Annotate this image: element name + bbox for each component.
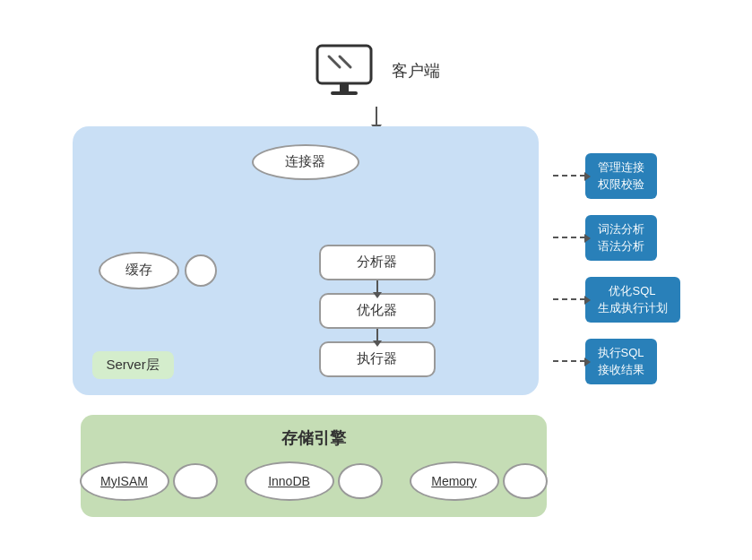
- analyzer-box: 分析器: [319, 245, 436, 280]
- side-box-entry-3: 执行SQL 接收结果: [553, 339, 680, 384]
- client-row: 客户端: [313, 44, 440, 98]
- diagram: 客户端 连接器 缓存: [27, 44, 726, 517]
- innodb-ellipse: InnoDB: [245, 461, 334, 501]
- engine-item-myisam: MyISAM: [80, 461, 218, 501]
- client-label: 客户端: [392, 60, 440, 82]
- myisam-label: MyISAM: [100, 474, 148, 488]
- svg-rect-3: [340, 83, 349, 92]
- side-box-entry-1: 词法分析 语法分析: [553, 215, 680, 261]
- client-section: 客户端: [313, 44, 440, 98]
- engine-item-memory: Memory: [410, 461, 548, 501]
- side-box-1: 词法分析 语法分析: [585, 215, 657, 261]
- monitor-icon: [313, 44, 376, 98]
- myisam-small-ellipse: [173, 463, 218, 499]
- side-boxes-column: 管理连接 权限校验 词法分析 语法分析 优化SQL 生成执行计划: [553, 126, 680, 384]
- engine-item-innodb: InnoDB: [245, 461, 383, 501]
- cache-ellipse: 缓存: [99, 252, 179, 289]
- memory-small-ellipse: [503, 463, 548, 499]
- memory-label: Memory: [431, 474, 477, 488]
- analyzer-to-optimizer-arrow: [376, 280, 378, 293]
- cache-small-ellipse: [185, 254, 217, 287]
- connector-ellipse: 连接器: [252, 144, 359, 180]
- dashed-line-0: [553, 175, 585, 177]
- cache-section: 缓存: [91, 252, 225, 289]
- side-box-entry-0: 管理连接 权限校验: [553, 153, 680, 199]
- storage-engines: MyISAM InnoDB Memory: [80, 461, 548, 501]
- side-box-3: 执行SQL 接收结果: [585, 339, 657, 384]
- analysis-chain: 分析器 优化器 执行器: [234, 245, 521, 377]
- dashed-line-1: [553, 237, 585, 238]
- svg-rect-0: [317, 46, 371, 83]
- server-and-side: 连接器 缓存: [73, 126, 680, 395]
- cache-row: 缓存: [99, 252, 217, 289]
- svg-rect-4: [331, 91, 358, 95]
- storage-title: 存储引擎: [281, 427, 346, 449]
- storage-layer: 存储引擎 MyISAM InnoDB Memory: [81, 415, 547, 517]
- innodb-label: InnoDB: [268, 474, 310, 488]
- optimizer-to-executor-arrow: [376, 329, 378, 341]
- dashed-line-2: [553, 298, 585, 300]
- connector-section: 连接器: [252, 144, 359, 241]
- myisam-ellipse: MyISAM: [80, 461, 169, 501]
- executor-box: 执行器: [319, 341, 436, 377]
- client-to-server-arrow: [376, 107, 377, 126]
- memory-ellipse: Memory: [410, 461, 499, 501]
- dashed-line-3: [553, 360, 585, 362]
- innodb-small-ellipse: [338, 463, 383, 499]
- side-box-entry-2: 优化SQL 生成执行计划: [553, 277, 680, 323]
- server-layer: 连接器 缓存: [73, 126, 539, 395]
- side-box-0: 管理连接 权限校验: [585, 153, 657, 199]
- side-box-2: 优化SQL 生成执行计划: [585, 277, 680, 323]
- server-label: Server层: [92, 351, 174, 379]
- optimizer-box: 优化器: [319, 293, 436, 329]
